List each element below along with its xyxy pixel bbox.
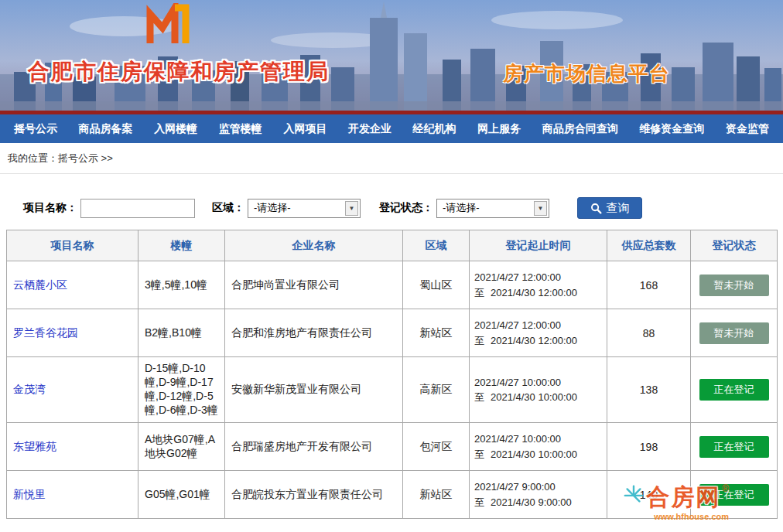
table-header-3: 区域 xyxy=(403,230,470,261)
project-link[interactable]: 云栖麓小区 xyxy=(13,278,67,291)
registration-period-cell: 2021/4/27 12:00:00至2021/4/30 12:00:00 xyxy=(470,261,607,309)
nav-item-0[interactable]: 摇号公示 xyxy=(14,122,57,136)
hfhouse-watermark: 合房网 ® www.hfhouse.com xyxy=(623,482,729,521)
region-select[interactable]: -请选择- ▼ xyxy=(248,199,361,218)
status-badge[interactable]: 暂未开始 xyxy=(699,275,769,296)
status-cell: 暂未开始 xyxy=(691,261,778,309)
breadcrumb-current[interactable]: 摇号公示 >> xyxy=(58,152,113,164)
total-units-cell: 88 xyxy=(607,309,691,357)
table-row: 东望雅苑A地块G07幢,A地块G02幢合肥瑞盛房地产开发有限公司包河区2021/… xyxy=(7,423,778,471)
project-name-cell: 新悦里 xyxy=(7,471,138,519)
nav-item-4[interactable]: 入网项目 xyxy=(283,122,327,136)
nav-item-6[interactable]: 经纪机构 xyxy=(413,122,456,136)
table-header-2: 企业名称 xyxy=(225,230,403,261)
table-body: 云栖麓小区3幢,5幢,10幢合肥坤尚置业有限公司蜀山区2021/4/27 12:… xyxy=(7,261,778,519)
watermark-url: www.hfhouse.com xyxy=(623,512,729,521)
chevron-down-icon[interactable]: ▼ xyxy=(345,201,358,216)
search-button[interactable]: 查询 xyxy=(577,197,642,219)
nav-item-7[interactable]: 网上服务 xyxy=(477,122,521,136)
filter-bar: 项目名称： 区域： -请选择- ▼ 登记状态： -请选择- ▼ 查询 xyxy=(23,197,777,219)
region-cell: 新站区 xyxy=(403,309,470,357)
project-name-input[interactable] xyxy=(80,199,195,218)
status-select[interactable]: -请选择- ▼ xyxy=(436,199,549,218)
buildings-cell: G05幢,G01幢 xyxy=(138,471,225,519)
buildings-cell: B2幢,B10幢 xyxy=(138,309,225,357)
company-cell: 安徽新华新茂置业有限公司 xyxy=(225,357,403,423)
watermark-name: 合房网 xyxy=(646,482,720,513)
table-header-5: 供应总套数 xyxy=(607,230,691,261)
status-badge[interactable]: 正在登记 xyxy=(699,379,769,401)
status-cell: 正在登记 xyxy=(691,357,778,423)
table-header-6: 登记状态 xyxy=(691,230,778,261)
company-cell: 合肥皖投东方置业有限责任公司 xyxy=(225,471,403,519)
city-skyline-image xyxy=(0,0,783,111)
status-label: 登记状态： xyxy=(379,201,433,215)
project-name-cell: 云栖麓小区 xyxy=(7,261,138,309)
nav-item-8[interactable]: 商品房合同查询 xyxy=(542,122,618,136)
table-row: 罗兰香谷花园B2幢,B10幢合肥和淮房地产有限责任公司新站区2021/4/27 … xyxy=(7,309,778,357)
table-header-row: 项目名称楼幢企业名称区域登记起止时间供应总套数登记状态 xyxy=(7,230,778,261)
region-select-value: -请选择- xyxy=(254,201,291,215)
company-cell: 合肥瑞盛房地产开发有限公司 xyxy=(225,423,403,471)
bureau-logo-icon xyxy=(145,3,195,51)
main-nav: 摇号公示商品房备案入网楼幢监管楼幢入网项目开发企业经纪机构网上服务商品房合同查询… xyxy=(0,114,783,143)
buildings-cell: 3幢,5幢,10幢 xyxy=(138,261,225,309)
nav-item-5[interactable]: 开发企业 xyxy=(348,122,392,136)
buildings-cell: D-15幢,D-10幢,D-9幢,D-17幢,D-12幢,D-5幢,D-6幢,D… xyxy=(138,357,225,423)
company-cell: 合肥坤尚置业有限公司 xyxy=(225,261,403,309)
total-units-cell: 168 xyxy=(607,261,691,309)
header-banner: 合肥市住房保障和房产管理局 房产市场信息平台 xyxy=(0,0,783,111)
registration-period-cell: 2021/4/27 10:00:00至2021/4/30 10:00:00 xyxy=(470,357,607,423)
status-select-value: -请选择- xyxy=(443,201,480,215)
region-cell: 蜀山区 xyxy=(403,261,470,309)
search-button-label: 查询 xyxy=(607,201,630,216)
table-header-4: 登记起止时间 xyxy=(470,230,607,261)
buildings-cell: A地块G07幢,A地块G02幢 xyxy=(138,423,225,471)
status-badge[interactable]: 正在登记 xyxy=(699,436,769,458)
lottery-table: 项目名称楼幢企业名称区域登记起止时间供应总套数登记状态 云栖麓小区3幢,5幢,1… xyxy=(6,230,778,519)
watermark-reg: ® xyxy=(722,483,729,494)
nav-item-1[interactable]: 商品房备案 xyxy=(79,122,133,136)
hfhouse-sun-icon xyxy=(623,483,645,508)
registration-period-cell: 2021/4/27 12:00:00至2021/4/30 12:00:00 xyxy=(470,309,607,357)
region-cell: 高新区 xyxy=(403,357,470,423)
company-cell: 合肥和淮房地产有限责任公司 xyxy=(225,309,403,357)
site-subtitle: 房产市场信息平台 xyxy=(503,60,670,87)
status-badge[interactable]: 暂未开始 xyxy=(699,322,769,344)
breadcrumb: 我的位置：摇号公示 >> xyxy=(0,143,783,174)
project-link[interactable]: 金茂湾 xyxy=(13,383,46,395)
total-units-cell: 138 xyxy=(607,357,691,423)
registration-period-cell: 2021/4/27 9:00:00至2021/4/30 9:00:00 xyxy=(470,471,607,519)
nav-item-9[interactable]: 维修资金查询 xyxy=(639,122,704,136)
status-cell: 暂未开始 xyxy=(691,309,778,357)
nav-item-2[interactable]: 入网楼幢 xyxy=(154,122,197,136)
table-header-1: 楼幢 xyxy=(138,230,225,261)
search-icon xyxy=(590,203,602,214)
total-units-cell: 198 xyxy=(607,423,691,471)
nav-item-10[interactable]: 资金监管 xyxy=(726,122,769,136)
breadcrumb-label: 我的位置： xyxy=(8,152,58,164)
project-name-cell: 罗兰香谷花园 xyxy=(7,309,138,357)
table-header-0: 项目名称 xyxy=(7,230,138,261)
registration-period-cell: 2021/4/27 10:00:00至2021/4/30 10:00:00 xyxy=(470,423,607,471)
project-name-cell: 东望雅苑 xyxy=(7,423,138,471)
project-name-label: 项目名称： xyxy=(23,201,77,215)
status-cell: 正在登记 xyxy=(691,423,778,471)
chevron-down-icon[interactable]: ▼ xyxy=(534,201,547,216)
project-link[interactable]: 罗兰香谷花园 xyxy=(13,326,78,339)
table-row: 金茂湾D-15幢,D-10幢,D-9幢,D-17幢,D-12幢,D-5幢,D-6… xyxy=(7,357,778,423)
site-title: 合肥市住房保障和房产管理局 xyxy=(28,57,330,87)
nav-item-3[interactable]: 监管楼幢 xyxy=(219,122,262,136)
region-cell: 包河区 xyxy=(403,423,470,471)
project-link[interactable]: 东望雅苑 xyxy=(13,440,56,452)
main-content: 项目名称： 区域： -请选择- ▼ 登记状态： -请选择- ▼ 查询 xyxy=(0,197,783,519)
region-cell: 新站区 xyxy=(403,471,470,519)
project-name-cell: 金茂湾 xyxy=(7,357,138,423)
region-label: 区域： xyxy=(212,201,244,215)
project-link[interactable]: 新悦里 xyxy=(13,488,46,500)
table-row: 云栖麓小区3幢,5幢,10幢合肥坤尚置业有限公司蜀山区2021/4/27 12:… xyxy=(7,261,778,309)
